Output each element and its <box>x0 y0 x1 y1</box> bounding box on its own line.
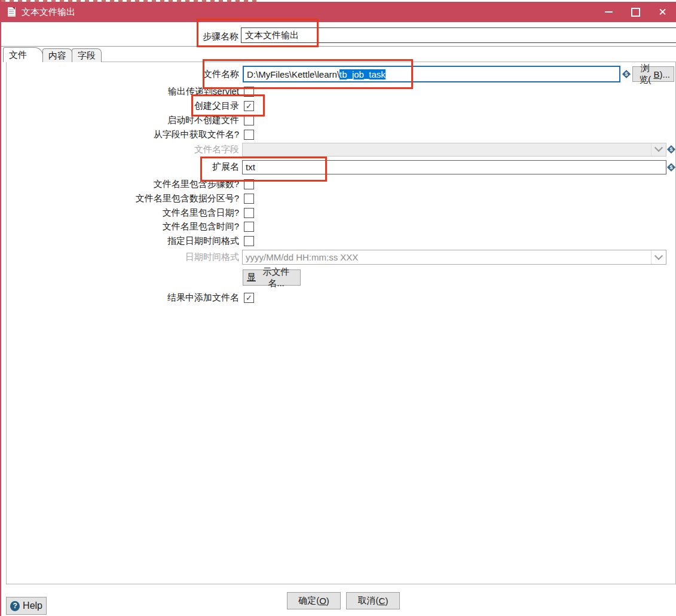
include-date-checkbox[interactable] <box>244 208 254 218</box>
step-name-value: 文本文件输出 <box>245 30 299 41</box>
include-stepnr-row: 文件名里包含步骤数? <box>1 177 676 191</box>
filename-field-combo <box>242 143 666 157</box>
include-date-row: 文件名里包含日期? <box>1 206 676 219</box>
show-filenames-button[interactable]: 显示文件名... <box>243 269 301 286</box>
datetime-format-label: 日期时间格式 <box>1 252 242 263</box>
chevron-down-icon <box>654 252 663 260</box>
create-parent-label: 创建父目录 <box>1 100 242 112</box>
include-time-checkbox[interactable] <box>244 222 254 232</box>
minimize-button[interactable] <box>595 2 622 22</box>
chevron-down-icon <box>654 143 663 152</box>
add-to-result-checkbox[interactable] <box>244 293 254 303</box>
close-button[interactable]: ✕ <box>649 2 676 22</box>
window-title: 文本文件输出 <box>22 7 75 18</box>
filename-from-field-checkbox[interactable] <box>244 130 254 140</box>
no-create-at-start-checkbox[interactable] <box>244 115 254 125</box>
include-partnr-checkbox[interactable] <box>244 194 254 204</box>
include-stepnr-checkbox[interactable] <box>244 179 254 189</box>
add-to-result-label: 结果中添加文件名 <box>1 292 242 304</box>
include-date-label: 文件名里包含日期? <box>1 207 242 219</box>
tab-file[interactable]: 文件 <box>3 47 43 62</box>
maximize-icon <box>631 8 640 17</box>
filename-path-text: D:\MyFiles\Kettle\learn\ <box>247 69 339 79</box>
create-parent-checkbox[interactable] <box>244 101 254 111</box>
header-separator <box>1 46 676 47</box>
filename-from-field-label: 从字段中获取文件名? <box>1 129 242 140</box>
extension-label: 扩展名 <box>1 161 242 173</box>
extension-input[interactable] <box>242 160 666 174</box>
create-parent-row: 创建父目录 <box>1 99 676 112</box>
browse-button[interactable]: 浏览(B)... <box>632 66 674 82</box>
variable-icon[interactable]: $ <box>622 69 631 79</box>
cancel-button[interactable]: 取消(C) <box>346 592 400 609</box>
include-time-label: 文件名里包含时间? <box>1 221 242 232</box>
specify-format-checkbox[interactable] <box>244 236 254 246</box>
window-controls: ✕ <box>595 2 676 22</box>
include-stepnr-label: 文件名里包含步骤数? <box>1 179 242 190</box>
include-time-row: 文件名里包含时间? <box>1 220 676 233</box>
step-name-label: 步骤名称 <box>1 31 238 42</box>
variable-icon[interactable]: $ <box>666 163 676 172</box>
text-file-output-dialog: 文本文件输出 ✕ 步骤名称 文本文件输出 文件 内容 字段 文件名称 D:\My… <box>0 0 676 616</box>
help-icon: ? <box>10 601 20 611</box>
help-label: Help <box>23 600 42 611</box>
title-bar: 文本文件输出 ✕ <box>1 2 676 22</box>
help-button[interactable]: ? Help <box>6 597 47 615</box>
filename-field-dropdown <box>651 143 666 156</box>
tab-bar: 文件 内容 字段 <box>3 48 101 62</box>
tab-fields[interactable]: 字段 <box>72 48 102 62</box>
specify-format-row: 指定日期时间格式 <box>1 234 676 247</box>
datetime-format-row: 日期时间格式 yyyy/MM/dd HH:mm:ss XXX <box>1 250 676 265</box>
variable-icon: $ <box>666 145 676 154</box>
extension-row: 扩展名 $ <box>1 159 676 175</box>
no-create-at-start-row: 启动时不创建文件 <box>1 114 676 127</box>
specify-format-label: 指定日期时间格式 <box>1 235 242 247</box>
filename-from-field-row: 从字段中获取文件名? <box>1 128 676 141</box>
servlet-label: 输出传递到servlet <box>1 86 242 97</box>
include-partnr-row: 文件名里包含数据分区号? <box>1 192 676 205</box>
servlet-row: 输出传递到servlet <box>1 85 676 98</box>
datetime-format-value: yyyy/MM/dd HH:mm:ss XXX <box>243 252 651 262</box>
no-create-at-start-label: 启动时不创建文件 <box>1 115 242 126</box>
filename-label: 文件名称 <box>1 69 242 80</box>
maximize-button[interactable] <box>622 2 649 22</box>
datetime-format-dropdown <box>651 250 666 264</box>
minimize-icon <box>605 11 613 13</box>
servlet-checkbox[interactable] <box>244 87 254 97</box>
add-to-result-row: 结果中添加文件名 <box>1 291 676 304</box>
filename-input[interactable]: D:\MyFiles\Kettle\learn\tb_job_task <box>243 66 620 82</box>
datetime-format-combo: yyyy/MM/dd HH:mm:ss XXX <box>242 250 666 265</box>
step-name-input[interactable]: 文本文件输出 <box>241 27 676 43</box>
step-document-icon <box>8 7 16 17</box>
filename-field-row: 文件名字段 $ <box>1 142 676 157</box>
ok-button[interactable]: 确定(O) <box>287 592 341 609</box>
filename-selected-text: tb_job_task <box>339 69 386 79</box>
include-partnr-label: 文件名里包含数据分区号? <box>1 193 242 204</box>
tab-content[interactable]: 内容 <box>42 48 72 62</box>
filename-field-label: 文件名字段 <box>1 144 242 155</box>
